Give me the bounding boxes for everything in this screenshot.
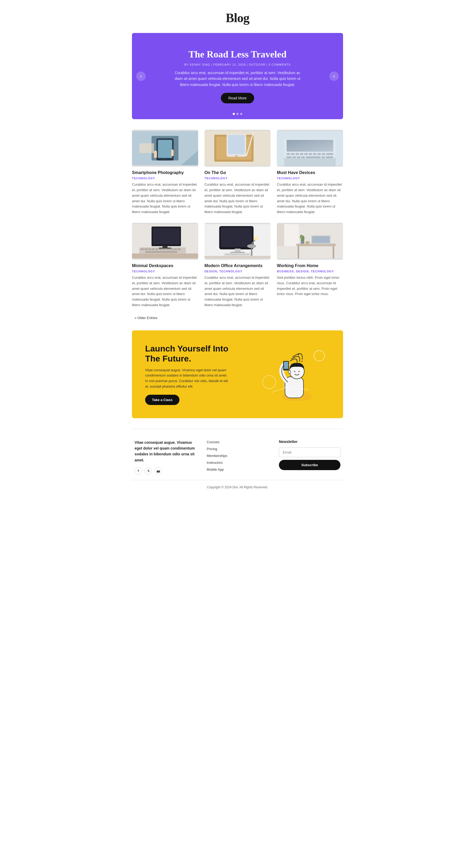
svg-rect-44: [144, 248, 147, 250]
page-title-section: Blog: [0, 0, 475, 33]
blog-card-category-3[interactable]: TECHNOLOGY: [277, 177, 343, 180]
blog-card-excerpt-1: Curabitur arcu erat, accumsan id imperdi…: [132, 182, 198, 215]
svg-rect-50: [167, 248, 170, 250]
footer: Vitae consequat augue. Vivamus eget dolo…: [132, 429, 343, 480]
subscribe-button[interactable]: Subscribe: [279, 460, 340, 470]
take-class-button[interactable]: Take a Class: [145, 395, 179, 405]
svg-rect-68: [225, 254, 228, 255]
svg-rect-70: [231, 254, 234, 255]
footer-nav-col: Courses Pricing Memberships Instructors …: [207, 439, 268, 475]
blog-card-img-svg-3: [277, 130, 343, 167]
dot-1[interactable]: [233, 113, 235, 115]
blog-card-1: Smartphone Photography TECHNOLOGY Curabi…: [132, 130, 198, 215]
page-title: Blog: [5, 10, 470, 25]
svg-rect-80: [277, 224, 284, 246]
svg-rect-34: [306, 156, 321, 158]
newsletter-email-input[interactable]: [279, 447, 340, 457]
svg-rect-36: [326, 156, 333, 158]
svg-rect-22: [296, 153, 299, 155]
hero-title: The Road Less Traveled: [172, 49, 303, 60]
svg-rect-35: [321, 156, 325, 158]
blog-card-category-2[interactable]: TECHNOLOGY: [205, 177, 271, 180]
svg-rect-25: [309, 153, 312, 155]
dot-2[interactable]: [236, 113, 239, 115]
svg-point-89: [300, 235, 303, 239]
blog-card-img-svg-6: [277, 223, 343, 260]
svg-rect-2: [139, 144, 154, 153]
svg-rect-43: [141, 248, 144, 250]
svg-rect-57: [159, 248, 171, 249]
svg-rect-53: [178, 248, 180, 250]
blog-card-image-6: [277, 223, 343, 260]
footer-about-col: Vitae consequat augue. Vivamus eget dolo…: [135, 439, 196, 475]
blog-card-category-6[interactable]: BUSINESS, DESIGN, TECHNOLOGY: [277, 270, 343, 273]
blog-grid-row2: Minimal Deskspaces TECHNOLOGY Curabitur …: [132, 223, 343, 308]
svg-rect-47: [155, 248, 158, 250]
blog-card-img-svg-2: [205, 130, 271, 167]
twitter-x-icon[interactable]: 𝕏: [145, 467, 152, 475]
svg-rect-86: [309, 244, 332, 245]
hero-slider-content: The Road Less Traveled BY KENNY SING | F…: [172, 49, 303, 103]
svg-rect-28: [322, 153, 325, 155]
svg-rect-33: [301, 156, 305, 158]
svg-rect-48: [159, 248, 162, 250]
slider-prev-button[interactable]: ‹: [136, 71, 146, 81]
svg-point-100: [298, 371, 299, 372]
footer-nav-item-instructors[interactable]: Instructors: [207, 460, 268, 465]
svg-rect-21: [291, 153, 295, 155]
cta-illustration: ✦ ✦: [256, 348, 330, 401]
blog-card-image-2: [205, 130, 271, 167]
cta-text: Launch Yourself Into The Future. Vitae c…: [145, 344, 230, 405]
svg-rect-24: [304, 153, 308, 155]
blog-card-category-1[interactable]: TECHNOLOGY: [132, 177, 198, 180]
blog-card-title-6: Working From Home: [277, 264, 343, 268]
svg-rect-83: [333, 246, 334, 258]
blog-card-excerpt-3: Curabitur arcu erat, accumsan id imperdi…: [277, 182, 343, 215]
svg-rect-52: [174, 248, 177, 250]
svg-point-93: [263, 375, 276, 389]
older-entries[interactable]: « Older Entries: [132, 316, 343, 320]
footer-nav-item-courses[interactable]: Courses: [207, 439, 268, 444]
footer-nav-item-mobile-app[interactable]: Mobile App: [207, 467, 268, 472]
slider-next-button[interactable]: ›: [329, 71, 339, 81]
blog-card-title-5: Modern Office Arrangements: [205, 264, 271, 268]
older-entries-link[interactable]: « Older Entries: [135, 316, 157, 320]
footer-nav-item-pricing[interactable]: Pricing: [207, 446, 268, 451]
svg-rect-90: [306, 241, 308, 244]
svg-point-64: [247, 244, 256, 248]
blog-card-3: Must Have Devices TECHNOLOGY Curabitur a…: [277, 130, 343, 215]
svg-rect-60: [220, 227, 252, 247]
svg-rect-5: [158, 140, 172, 158]
blog-card-excerpt-6: Sed porttitor lectus nibh. Proin eget to…: [277, 275, 343, 297]
cta-description: Vitae consequat augue. Vivamus eget dolo…: [145, 368, 230, 390]
svg-rect-79: [284, 224, 299, 246]
svg-rect-72: [237, 254, 239, 255]
svg-rect-103: [284, 362, 288, 369]
svg-rect-20: [287, 153, 290, 155]
svg-rect-69: [228, 254, 231, 255]
footer-newsletter-col: Newsletter Subscribe: [279, 439, 340, 475]
footer-tagline: Vitae consequat augue. Vivamus eget dolo…: [135, 439, 196, 463]
svg-rect-27: [318, 153, 321, 155]
blog-card-2: On The Go TECHNOLOGY Curabitur arcu erat…: [205, 130, 271, 215]
blog-card-excerpt-5: Curabitur arcu erat, accumsan id imperdi…: [205, 275, 271, 308]
footer-nav-item-memberships[interactable]: Memberships: [207, 453, 268, 458]
slider-dots: [233, 113, 242, 115]
hero-slider: ‹ The Road Less Traveled BY KENNY SING |…: [132, 33, 343, 119]
cta-svg: ✦ ✦: [256, 348, 330, 401]
dot-3[interactable]: [240, 113, 242, 115]
svg-point-101: [288, 371, 291, 373]
svg-rect-55: [132, 253, 198, 258]
svg-rect-54: [145, 251, 177, 253]
svg-rect-45: [148, 248, 151, 250]
svg-rect-76: [205, 256, 271, 258]
blog-card-image-5: [205, 223, 271, 260]
read-more-button[interactable]: Read More: [221, 93, 254, 103]
instagram-icon[interactable]: 📷: [155, 467, 162, 475]
blog-card-title-3: Must Have Devices: [277, 170, 343, 175]
blog-card-category-4[interactable]: TECHNOLOGY: [132, 270, 198, 273]
svg-rect-82: [298, 246, 299, 258]
svg-rect-13: [228, 135, 245, 154]
facebook-icon[interactable]: f: [135, 467, 142, 475]
blog-card-category-5[interactable]: DESIGN, TECHNOLOGY: [205, 270, 271, 273]
